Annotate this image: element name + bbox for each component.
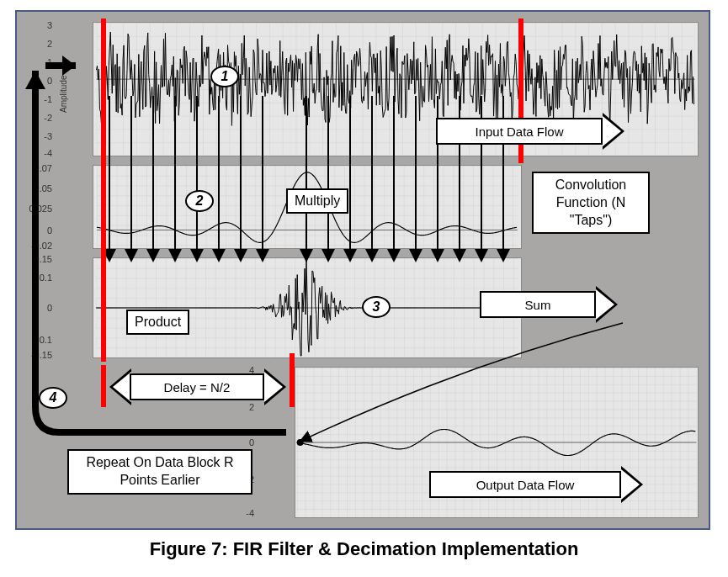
output-flow-arrow: Output Data Flow: [429, 466, 648, 503]
repeat-label: Repeat On Data Block R Points Earlier: [67, 449, 252, 495]
figure-caption: Figure 7: FIR Filter & Decimation Implem…: [0, 538, 728, 560]
multiply-label: Multiply: [286, 188, 348, 214]
convolution-label: Convolution Function (N "Taps"): [532, 172, 650, 234]
input-flow-arrow: Input Data Flow: [436, 113, 630, 150]
sum-to-output-arrow: [295, 315, 631, 449]
diagram-frame: 3 2 1 0 -1 -2 -3 -4 Amplitude 0.07 0.05 …: [15, 10, 710, 530]
loopback-arrow: [25, 45, 295, 449]
